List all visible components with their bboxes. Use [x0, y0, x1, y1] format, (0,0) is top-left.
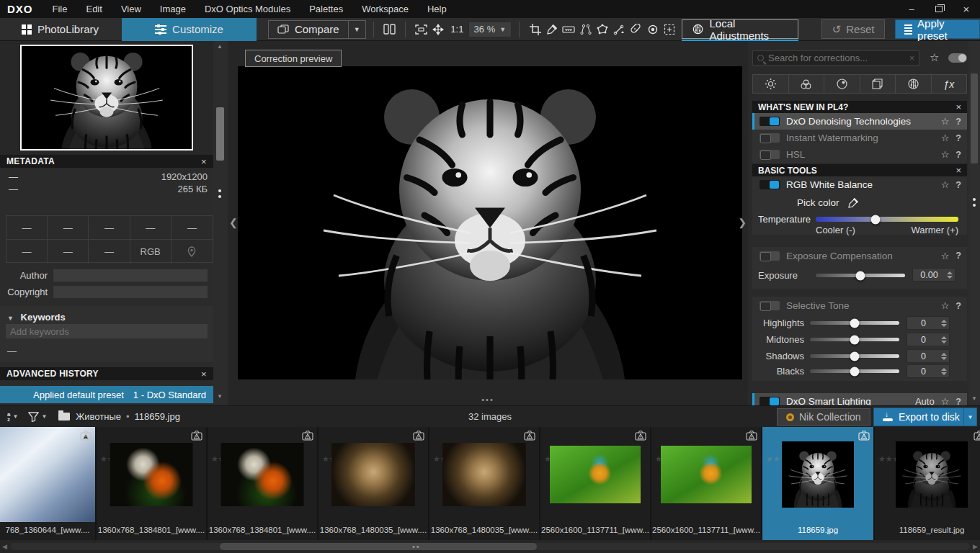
help-icon[interactable]: ?: [956, 133, 961, 143]
hsl-toggle[interactable]: [760, 150, 780, 159]
help-icon[interactable]: ?: [956, 117, 961, 127]
metadata-close-icon[interactable]: ×: [201, 156, 207, 167]
palette-geometry-tab[interactable]: [860, 74, 896, 94]
minimize-button[interactable]: –: [898, 0, 925, 18]
smart-lighting-toggle[interactable]: [760, 397, 780, 405]
white-balance-picker-button[interactable]: [543, 20, 560, 39]
midtones-stepper[interactable]: [940, 336, 949, 343]
collapse-right-panel-icon[interactable]: ❯: [738, 217, 747, 228]
panel-resize-grip[interactable]: [218, 189, 221, 201]
active-corrections-toggle[interactable]: [948, 53, 967, 63]
scrollbar-thumb[interactable]: [220, 543, 537, 550]
menu-dxo-optics-modules[interactable]: DxO Optics Modules: [195, 0, 300, 18]
fit-screen-button[interactable]: [413, 20, 429, 39]
filmstrip-splitter-handle[interactable]: •••: [481, 395, 494, 404]
add-keywords-input[interactable]: [6, 324, 208, 338]
highlights-slider[interactable]: [810, 321, 899, 325]
filmstrip-item[interactable]: ★★★★★ 1360x768_1384801_[www....: [97, 427, 208, 540]
left-scrollbar-thumb[interactable]: [216, 107, 224, 161]
tool-row-exposure-compensation[interactable]: Exposure Compensation ☆ ?: [752, 247, 967, 264]
compare-dropdown-arrow[interactable]: ▼: [348, 21, 365, 38]
blacks-value-box[interactable]: 0: [906, 364, 950, 378]
repair-tool-button[interactable]: [628, 20, 644, 39]
tool-row-smart-lighting[interactable]: DxO Smart Lighting Auto ☆ ?: [752, 393, 967, 405]
star-icon[interactable]: ☆: [941, 179, 950, 190]
breadcrumb-folder[interactable]: Животные: [76, 411, 121, 422]
local-adjustments-button[interactable]: Local Adjustments: [682, 19, 798, 39]
highlights-stepper[interactable]: [940, 320, 949, 327]
compare-button[interactable]: Compare: [269, 21, 348, 38]
horizon-tool-button[interactable]: [561, 20, 577, 39]
tab-customize[interactable]: Customize: [122, 18, 257, 41]
control-line-tool-button[interactable]: [610, 20, 627, 39]
author-field[interactable]: [53, 269, 208, 282]
star-icon[interactable]: ☆: [941, 300, 950, 311]
tab-photolibrary[interactable]: PhotoLibrary: [6, 18, 115, 41]
basic-tools-close-icon[interactable]: ×: [956, 165, 961, 176]
filmstrip-item[interactable]: ★★★★★ 1360x768_1480035_[www....: [318, 427, 429, 540]
star-icon[interactable]: ☆: [941, 396, 950, 405]
palette-fx-tab[interactable]: ƒx: [932, 74, 968, 94]
keywords-title-row[interactable]: ▼ Keywords: [7, 312, 66, 323]
star-icon[interactable]: ☆: [941, 251, 950, 261]
left-panel-scrollbar[interactable]: ▲ ▼: [213, 41, 228, 405]
filmstrip-item[interactable]: ★★★★★ 1360x768_1384801_[www....: [208, 427, 318, 540]
copyright-field[interactable]: [53, 286, 208, 298]
palette-local-adjustments-tab[interactable]: [896, 74, 932, 94]
menu-help[interactable]: Help: [418, 0, 456, 18]
panel-resize-grip[interactable]: [973, 198, 976, 210]
zoom-level-select[interactable]: 36 % ▼: [468, 22, 512, 37]
right-panel-scrollbar[interactable]: ▼: [968, 41, 980, 405]
blacks-slider-knob[interactable]: [850, 367, 860, 376]
menu-image[interactable]: Image: [151, 0, 195, 18]
filmstrip-item[interactable]: ★★★★★ 2560x1600_1137711_[www...: [540, 427, 651, 540]
pan-button[interactable]: [429, 20, 446, 39]
menu-workspace[interactable]: Workspace: [352, 0, 418, 18]
exposure-stepper[interactable]: [945, 271, 955, 279]
help-icon[interactable]: ?: [956, 397, 961, 406]
tool-row-hsl[interactable]: HSL ☆ ?: [752, 146, 967, 163]
blacks-slider[interactable]: [810, 369, 899, 373]
exif-geolocation-cell[interactable]: [172, 240, 213, 264]
split-view-button[interactable]: [381, 20, 398, 39]
palette-detail-tab[interactable]: [824, 74, 860, 94]
restore-button[interactable]: [925, 0, 953, 18]
breadcrumb-file[interactable]: 118659.jpg: [135, 411, 180, 422]
scroll-down-icon[interactable]: ▼: [971, 395, 977, 402]
help-icon[interactable]: ?: [956, 180, 961, 190]
tool-row-denoising[interactable]: DxO Denoising Technologies ☆ ?: [752, 113, 967, 130]
search-clear-icon[interactable]: ×: [909, 53, 914, 63]
filmstrip-item-selected[interactable]: ★★★★★ 118659.jpg: [762, 427, 875, 540]
exposure-compensation-toggle[interactable]: [760, 251, 780, 261]
main-image-canvas[interactable]: [238, 66, 742, 379]
shadows-slider[interactable]: [810, 354, 899, 358]
temperature-slider[interactable]: [816, 217, 958, 222]
whats-new-close-icon[interactable]: ×: [956, 102, 961, 112]
corrections-search-box[interactable]: ×: [752, 50, 919, 66]
scroll-right-icon[interactable]: ▶: [973, 543, 978, 550]
red-eye-tool-button[interactable]: [644, 20, 661, 39]
apply-preset-button[interactable]: Apply preset: [895, 19, 980, 39]
favorites-filter-icon[interactable]: ☆: [930, 51, 939, 64]
pick-color-row[interactable]: Pick color: [752, 193, 967, 212]
blacks-stepper[interactable]: [940, 368, 949, 375]
search-corrections-input[interactable]: [768, 53, 905, 63]
perspective-tool-button[interactable]: [577, 20, 594, 39]
filmstrip-item[interactable]: 768_1360644_[www....: [0, 427, 97, 540]
filmstrip-scrollbar[interactable]: ◀ •• ▶: [0, 540, 980, 553]
tool-row-watermarking[interactable]: Instant Watermarking ☆ ?: [752, 130, 967, 146]
collapse-left-panel-icon[interactable]: ❮: [229, 217, 238, 228]
menu-view[interactable]: View: [112, 0, 151, 18]
filmstrip-item[interactable]: ★★★★★ 118659_result.jpg: [875, 427, 980, 540]
scroll-left-icon[interactable]: ◀: [2, 543, 7, 550]
filter-funnel-icon[interactable]: [28, 412, 39, 422]
sort-az-icon[interactable]: az: [7, 412, 10, 422]
advanced-history-close-icon[interactable]: ×: [201, 369, 207, 379]
star-icon[interactable]: ☆: [941, 132, 950, 143]
nik-collection-button[interactable]: Nik Collection: [777, 408, 870, 426]
filmstrip-item[interactable]: ★★★★★ 1360x768_1480035_[www....: [429, 427, 540, 540]
menu-palettes[interactable]: Palettes: [300, 0, 352, 18]
menu-file[interactable]: File: [43, 0, 77, 18]
tool-row-selective-tone[interactable]: Selective Tone ☆ ?: [752, 297, 967, 315]
star-icon[interactable]: ☆: [941, 149, 950, 160]
